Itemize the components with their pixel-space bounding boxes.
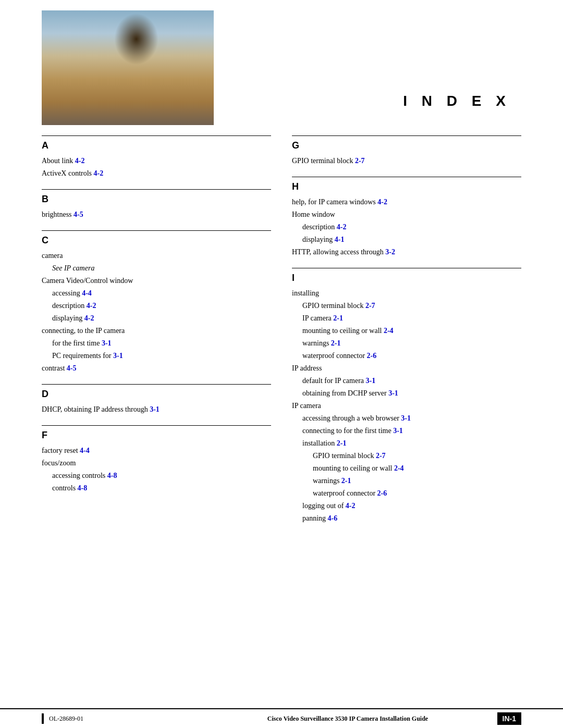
list-item: ActiveX controls 4-2 — [42, 168, 271, 179]
page-ref: 4-2 — [87, 302, 96, 310]
list-item: See IP camera — [42, 263, 271, 274]
entry-label: Home window — [292, 211, 335, 218]
entry-label: warnings — [313, 477, 341, 485]
list-item: GPIO terminal block 2-7 — [292, 155, 521, 166]
page-ref: 2-4 — [394, 464, 404, 472]
divider-c — [42, 230, 271, 231]
letter-b: B — [42, 194, 271, 205]
entry-label: waterproof connector — [313, 489, 377, 497]
list-item: mounting to ceiling or wall 2-4 — [292, 463, 521, 474]
entry-label: panning — [302, 514, 328, 522]
right-column: G GPIO terminal block 2-7 H help, for IP… — [292, 135, 521, 534]
list-item: waterproof connector 2-6 — [292, 350, 521, 361]
list-item: connecting, to the IP camera — [42, 325, 271, 336]
page-ref: 3-1 — [393, 427, 403, 435]
list-item: camera — [42, 250, 271, 261]
entry-label: GPIO terminal block — [292, 157, 355, 165]
page-ref: 3-2 — [385, 248, 395, 256]
index-title-area: I N D E X — [214, 93, 521, 125]
list-item: displaying 4-2 — [42, 313, 271, 324]
page-ref: 2-7 — [355, 157, 365, 165]
entry-label: HTTP, allowing access through — [292, 248, 385, 256]
list-item: accessing 4-4 — [42, 288, 271, 299]
list-item: IP camera 2-1 — [292, 313, 521, 324]
divider-g — [292, 135, 521, 136]
divider-h — [292, 177, 521, 177]
entry-label: IP camera — [292, 402, 321, 410]
entry-label: IP camera — [302, 314, 333, 322]
index-title: I N D E X — [403, 93, 511, 109]
list-item: warnings 2-1 — [292, 475, 521, 486]
page-footer: OL-28689-01 Cisco Video Surveillance 353… — [0, 708, 563, 728]
page-ref: 4-2 — [94, 169, 104, 177]
list-item: factory reset 4-4 — [42, 445, 271, 456]
entry-label: accessing — [52, 289, 82, 297]
content-area: A About link 4-2 ActiveX controls 4-2 B … — [0, 135, 563, 534]
page-ref: 4-2 — [337, 223, 347, 231]
entry-label: accessing through a web browser — [302, 414, 401, 422]
section-d: D DHCP, obtaining IP address through 3-1 — [42, 384, 271, 415]
entry-label: camera — [42, 252, 63, 260]
page-ref: 4-2 — [346, 502, 356, 510]
section-g: G GPIO terminal block 2-7 — [292, 135, 521, 166]
list-item: accessing through a web browser 3-1 — [292, 413, 521, 424]
page-ref: 2-7 — [365, 302, 375, 310]
letter-i: I — [292, 273, 521, 283]
page-ref: 2-1 — [331, 339, 341, 347]
footer-title: Cisco Video Surveillance 3530 IP Camera … — [199, 715, 497, 723]
cover-photo — [42, 10, 214, 125]
list-item: panning 4-6 — [292, 513, 521, 524]
page-ref: 2-4 — [384, 327, 394, 335]
divider-f — [42, 425, 271, 426]
page-ref: 2-6 — [367, 352, 377, 360]
list-item: description 4-2 — [292, 221, 521, 232]
entry-label: help, for IP camera windows — [292, 198, 377, 206]
entry-label: installation — [302, 439, 337, 447]
page-ref: 3-1 — [150, 405, 160, 413]
list-item: default for IP camera 3-1 — [292, 375, 521, 386]
list-item: logging out of 4-2 — [292, 500, 521, 511]
list-item: brightness 4-5 — [42, 209, 271, 220]
entry-label: displaying — [52, 314, 84, 322]
footer-doc-num: OL-28689-01 — [49, 715, 199, 723]
page-ref: 3-1 — [366, 377, 376, 385]
entry-label: description — [52, 302, 87, 310]
page-ref: 3-1 — [113, 352, 123, 360]
entry-label: accessing controls — [52, 472, 107, 479]
list-item: HTTP, allowing access through 3-2 — [292, 246, 521, 257]
list-item: help, for IP camera windows 4-2 — [292, 196, 521, 207]
list-item: displaying 4-1 — [292, 234, 521, 245]
list-item: description 4-2 — [42, 300, 271, 311]
page-ref: 2-1 — [337, 439, 347, 447]
entry-label: warnings — [302, 339, 331, 347]
page-ref: 4-2 — [75, 157, 85, 165]
divider-a — [42, 135, 271, 136]
divider-d — [42, 384, 271, 385]
page-ref: 2-6 — [377, 489, 387, 497]
entry-label: installing — [292, 289, 319, 297]
letter-f: F — [42, 430, 271, 441]
page-ref: 4-5 — [74, 211, 83, 218]
list-item: for the first time 3-1 — [42, 338, 271, 349]
list-item: Camera Video/Control window — [42, 275, 271, 286]
page-ref: 4-2 — [377, 198, 387, 206]
section-c: C camera See IP camera Camera Video/Cont… — [42, 230, 271, 374]
page-ref: 4-1 — [335, 236, 345, 243]
left-column: A About link 4-2 ActiveX controls 4-2 B … — [42, 135, 271, 534]
entry-label: brightness — [42, 211, 74, 218]
list-item: installing — [292, 288, 521, 299]
page-ref: 4-4 — [82, 289, 92, 297]
list-item: PC requirements for 3-1 — [42, 350, 271, 361]
entry-label: default for IP camera — [302, 377, 366, 385]
list-item: About link 4-2 — [42, 155, 271, 166]
entry-label: obtaining from DCHP server — [302, 389, 388, 397]
list-item: IP address — [292, 363, 521, 374]
list-item: GPIO terminal block 2-7 — [292, 300, 521, 311]
page-ref: 4-5 — [67, 364, 77, 372]
entry-label: controls — [52, 484, 78, 492]
footer-bar — [42, 713, 44, 724]
letter-c: C — [42, 235, 271, 246]
entry-label: description — [302, 223, 337, 231]
list-item: connecting to for the first time 3-1 — [292, 425, 521, 436]
list-item: mounting to ceiling or wall 2-4 — [292, 325, 521, 336]
